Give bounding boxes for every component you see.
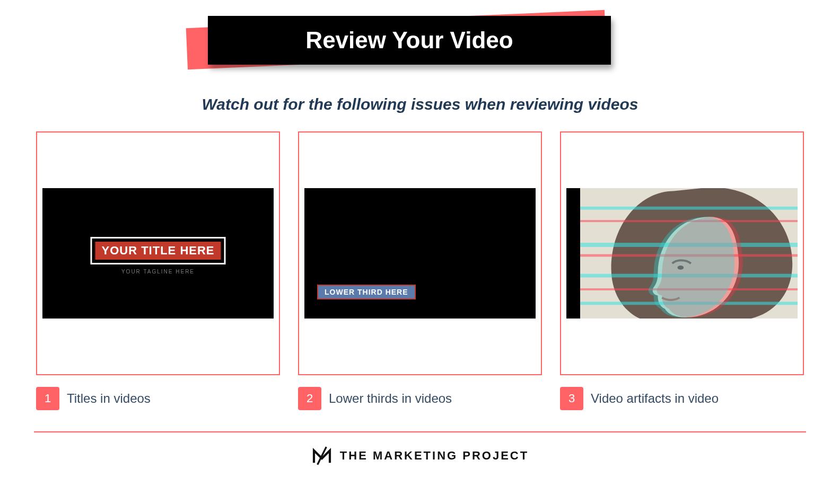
caption-text: Titles in videos [67,391,151,406]
brand-name: THE MARKETING PROJECT [340,449,529,463]
caption-text: Video artifacts in video [591,391,719,406]
step-number: 3 [560,387,583,410]
video-frame: YOUR TITLE HERE YOUR TAGLINE HERE [42,188,274,318]
captions-row: 1 Titles in videos 2 Lower thirds in vid… [0,387,840,410]
caption-item: 3 Video artifacts in video [560,387,804,410]
page-title: Review Your Video [208,16,611,65]
caption-item: 2 Lower thirds in videos [298,387,542,410]
sample-title-box: YOUR TITLE HERE [90,237,225,264]
example-card-artifacts [560,131,804,375]
example-card-titles: YOUR TITLE HERE YOUR TAGLINE HERE [36,131,280,375]
divider [34,431,806,432]
sample-tagline-text: YOUR TAGLINE HERE [121,269,195,275]
example-card-lower-thirds: LOWER THIRD HERE [298,131,542,375]
caption-text: Lower thirds in videos [329,391,452,406]
glitch-image [580,188,798,318]
page-subtitle: Watch out for the following issues when … [0,95,840,113]
example-cards-row: YOUR TITLE HERE YOUR TAGLINE HERE LOWER … [0,131,840,375]
sample-title-text: YOUR TITLE HERE [94,241,222,261]
step-number: 2 [298,387,321,410]
caption-item: 1 Titles in videos [36,387,280,410]
video-frame: LOWER THIRD HERE [304,188,536,318]
page-title-text: Review Your Video [305,27,513,54]
step-number: 1 [36,387,59,410]
brand-logo-icon [311,445,332,466]
svg-rect-2 [580,207,798,210]
footer-brand: THE MARKETING PROJECT [0,445,840,466]
page-title-banner: Review Your Video [208,16,632,79]
sample-lower-third: LOWER THIRD HERE [317,285,416,299]
video-frame [566,188,798,318]
